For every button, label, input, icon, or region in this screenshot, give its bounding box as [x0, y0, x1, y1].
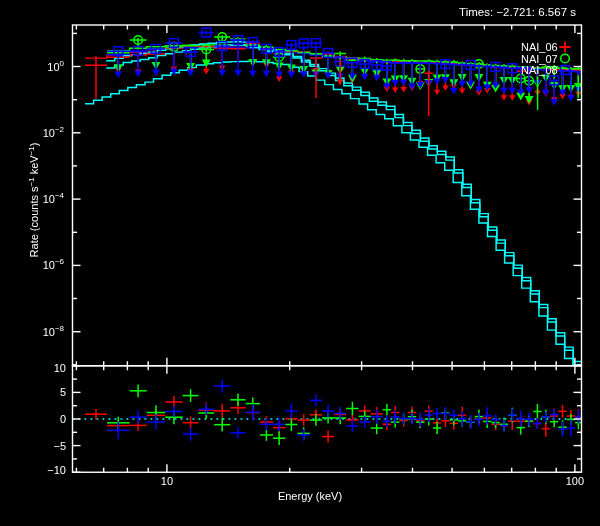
y-axis-title: Rate (counts s−1 keV−1): [27, 143, 40, 258]
resid-y-tick-label--5: −5: [53, 440, 66, 452]
plot-tspan: 10: [43, 259, 55, 271]
y-tick-label-1e0: 100: [47, 59, 64, 73]
plot-path: [115, 72, 123, 78]
plot-tspan: 10: [47, 61, 59, 73]
plot-content: 1010010010−210−410−610−81050−5−10Energy …: [27, 6, 584, 502]
plot-tspan: −2: [55, 125, 65, 134]
plot-path: [263, 71, 271, 77]
plot-path: [234, 70, 242, 76]
plot-tspan: Rate (counts s: [28, 186, 40, 257]
y-tick-label-1e-2: 10−2: [43, 125, 65, 139]
plot-path: [567, 95, 575, 101]
x-tick-label-10: 10: [161, 475, 173, 487]
x-tick-label-100: 100: [566, 475, 584, 487]
plot-path: [459, 89, 466, 95]
legend-label-NAI_06: NAI_06: [521, 41, 558, 53]
plot-path: [442, 86, 449, 92]
plot-path: [433, 79, 441, 85]
plot-path: [509, 88, 516, 94]
plot-path: [525, 87, 533, 93]
plot-path: [501, 95, 508, 101]
main-panel-model-histograms: [85, 42, 582, 372]
spectral-fit-plot-window: 1010010010−210−410−610−81050−5−10Energy …: [0, 0, 600, 526]
plot-tspan: 10: [43, 326, 55, 338]
plot-path: [525, 96, 534, 104]
plot-path: [373, 75, 381, 81]
plot-path: [400, 80, 408, 86]
plot-path: [542, 90, 550, 96]
plot-tspan: 10: [43, 193, 55, 205]
plot-path: [134, 71, 142, 77]
plot-path: [218, 70, 226, 76]
legend-label-NAI_08: NAI_08: [521, 64, 558, 76]
plot-path: [300, 71, 308, 77]
legend-label-NAI_07: NAI_07: [521, 53, 558, 65]
times-annotation: Times: −2.721: 6.567 s: [459, 6, 576, 18]
resid-y-tick-label--10: −10: [47, 464, 66, 476]
plot-path: [408, 83, 416, 89]
y-tick-label-1e-4: 10−4: [43, 191, 65, 205]
residual-series-NAI_06: [85, 396, 582, 443]
legend-marker-plus: [560, 42, 571, 53]
plot-path: [400, 87, 407, 93]
plot-path: [500, 88, 508, 94]
plot-path: [152, 70, 160, 76]
model-histogram-folded-model-3: [85, 61, 582, 372]
plot-path: [392, 80, 400, 86]
resid-y-tick-label-5: 5: [60, 386, 66, 398]
plot-path: [484, 84, 492, 90]
residual-series-NAI_08: [107, 380, 582, 441]
model-histogram-folded-model-2: [106, 45, 582, 365]
legend-marker-circle: [561, 54, 570, 63]
plot-tspan: ): [28, 143, 40, 147]
plot-tspan: −6: [55, 257, 65, 266]
plot-path: [187, 70, 195, 76]
plot-path: [442, 77, 450, 83]
plot-path: [450, 88, 458, 94]
plot-path: [550, 99, 558, 105]
plot-tspan: 10: [43, 127, 55, 139]
plot-tspan: 0: [60, 59, 65, 68]
plot-path: [434, 90, 441, 96]
plot-path: [475, 87, 483, 93]
resid-y-tick-label-10: 10: [54, 362, 66, 374]
plot-tspan: −4: [55, 191, 65, 200]
plot-path: [383, 83, 391, 89]
plot-path: [288, 72, 296, 78]
x-axis-title: Energy (keV): [278, 490, 342, 502]
count-spectrum-figure: 1010010010−210−410−610−81050−5−10Energy …: [0, 0, 600, 526]
y-tick-label-1e-8: 10−8: [43, 324, 65, 338]
plot-path: [509, 95, 515, 101]
residual-panel-data-points: [73, 380, 582, 445]
plot-path: [249, 71, 257, 77]
plot-path: [203, 69, 210, 75]
resid-y-tick-label-0: 0: [60, 413, 66, 425]
plot-path: [559, 90, 567, 96]
plot-path: [458, 81, 466, 87]
main-panel-data-points: [85, 28, 583, 116]
plot-tspan: keV: [28, 155, 40, 178]
y-tick-label-1e-6: 10−6: [43, 257, 65, 271]
plot-path: [392, 87, 399, 93]
plot-tspan: −8: [55, 324, 65, 333]
plot-path: [361, 74, 369, 80]
